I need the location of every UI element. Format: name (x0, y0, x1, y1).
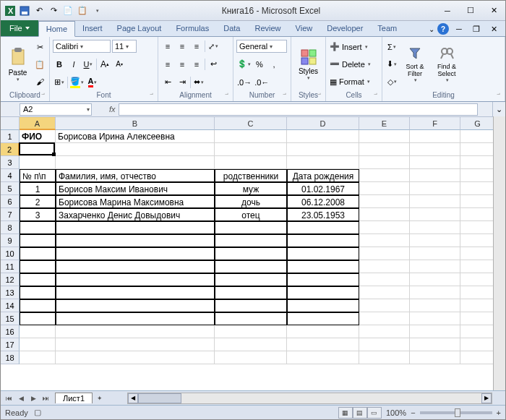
font-name-combo[interactable]: Calibri (53, 40, 111, 53)
cell[interactable] (460, 260, 495, 273)
cell[interactable] (359, 130, 410, 143)
delete-cells-button[interactable]: ➖Delete (329, 58, 379, 71)
zoom-level[interactable]: 100% (386, 408, 406, 417)
doc-restore-button[interactable]: ❐ (469, 22, 484, 36)
cell[interactable] (215, 247, 287, 260)
row-header[interactable]: 10 (1, 247, 20, 260)
cell[interactable] (56, 286, 215, 299)
tab-insert[interactable]: Insert (75, 20, 110, 36)
fx-icon[interactable]: fx (109, 105, 116, 113)
cut-icon[interactable]: ✂ (33, 40, 46, 53)
cell[interactable] (460, 130, 495, 143)
row-header[interactable]: 4 (1, 169, 20, 182)
cell[interactable] (287, 286, 359, 299)
scroll-right-button[interactable]: ▶ (481, 393, 492, 403)
cell[interactable] (56, 221, 215, 234)
cell[interactable] (410, 351, 460, 364)
redo-icon[interactable]: ↷ (47, 4, 60, 17)
page-break-view-button[interactable]: ▭ (367, 407, 382, 419)
qat-customize-icon[interactable] (90, 4, 103, 17)
cell[interactable] (359, 221, 410, 234)
cell[interactable] (20, 260, 56, 273)
cell[interactable] (20, 325, 56, 338)
column-header[interactable]: C (215, 117, 287, 130)
minimize-button[interactable]: ─ (436, 4, 459, 18)
row-header[interactable]: 3 (1, 156, 20, 169)
horizontal-scrollbar[interactable]: ◀ ▶ (127, 393, 492, 404)
cell[interactable]: 3 (20, 208, 56, 221)
cell[interactable] (410, 338, 460, 351)
cell[interactable] (56, 351, 215, 364)
cell[interactable] (460, 247, 495, 260)
cell[interactable] (359, 182, 410, 195)
sheet-tab[interactable]: Лист1 (55, 393, 93, 403)
insert-cells-button[interactable]: ➕Insert (329, 40, 379, 53)
cell[interactable] (56, 156, 215, 169)
decrease-decimal-icon[interactable]: .0← (254, 76, 270, 89)
row-header[interactable]: 7 (1, 208, 20, 221)
cell[interactable]: муж (215, 182, 287, 195)
cell[interactable] (287, 260, 359, 273)
row-header[interactable]: 16 (1, 325, 20, 338)
cell[interactable] (215, 273, 287, 286)
expand-formula-bar-icon[interactable]: ⌄ (492, 102, 505, 117)
cell[interactable] (359, 325, 410, 338)
cell[interactable] (287, 312, 359, 325)
cell[interactable] (359, 260, 410, 273)
number-format-combo[interactable]: General (236, 40, 287, 53)
doc-close-button[interactable]: ✕ (486, 22, 501, 36)
column-header[interactable]: E (359, 117, 410, 130)
cell[interactable] (20, 351, 56, 364)
align-right-icon[interactable]: ≡ (190, 58, 203, 71)
cell[interactable]: Борисова Марина Максимовна (56, 195, 215, 208)
cell[interactable] (20, 273, 56, 286)
underline-button[interactable]: U (82, 58, 95, 71)
normal-view-button[interactable]: ▦ (338, 407, 353, 419)
cell[interactable] (460, 221, 495, 234)
row-header[interactable]: 14 (1, 299, 20, 312)
new-sheet-button[interactable]: ✦ (94, 393, 106, 404)
bold-button[interactable]: B (53, 58, 66, 71)
column-header[interactable]: B (56, 117, 215, 130)
cell[interactable] (410, 286, 460, 299)
cell[interactable] (460, 338, 495, 351)
find-select-button[interactable]: Find & Select (432, 38, 462, 90)
cell[interactable] (460, 208, 495, 221)
cell[interactable]: дочь (215, 195, 287, 208)
cell[interactable] (20, 286, 56, 299)
cell[interactable] (287, 143, 359, 156)
column-header[interactable]: F (410, 117, 460, 130)
cell[interactable] (460, 299, 495, 312)
cell[interactable] (287, 130, 359, 143)
tab-home[interactable]: Home (38, 21, 75, 37)
row-header[interactable]: 15 (1, 312, 20, 325)
align-center-icon[interactable]: ≡ (176, 58, 189, 71)
wrap-text-icon[interactable]: ↩ (207, 58, 220, 71)
minimize-ribbon-icon[interactable]: ⌄ (429, 25, 434, 33)
row-header[interactable]: 5 (1, 182, 20, 195)
decrease-indent-icon[interactable]: ⇤ (161, 76, 174, 89)
align-middle-icon[interactable]: ≡ (176, 40, 189, 53)
cell[interactable] (56, 338, 215, 351)
cell[interactable] (460, 351, 495, 364)
row-header[interactable]: 13 (1, 286, 20, 299)
cell[interactable] (20, 299, 56, 312)
increase-decimal-icon[interactable]: .0→ (236, 76, 252, 89)
tab-formulas[interactable]: Formulas (168, 20, 216, 36)
cell[interactable]: Борисова Ирина Алексеевна (56, 130, 215, 143)
merge-button[interactable]: ⬌ (192, 76, 205, 89)
cell[interactable] (215, 143, 287, 156)
cell[interactable] (215, 286, 287, 299)
cell[interactable] (215, 351, 287, 364)
cell[interactable] (410, 208, 460, 221)
cell[interactable] (410, 182, 460, 195)
copy-icon[interactable]: 📋 (33, 58, 46, 71)
cell[interactable]: 06.12.2008 (287, 195, 359, 208)
cell[interactable] (460, 325, 495, 338)
cell[interactable] (359, 273, 410, 286)
cell[interactable] (460, 273, 495, 286)
undo-icon[interactable]: ↶ (33, 4, 46, 17)
format-cells-button[interactable]: ▦Format (329, 75, 379, 88)
cell[interactable] (287, 273, 359, 286)
name-box[interactable]: A2 (20, 103, 92, 116)
